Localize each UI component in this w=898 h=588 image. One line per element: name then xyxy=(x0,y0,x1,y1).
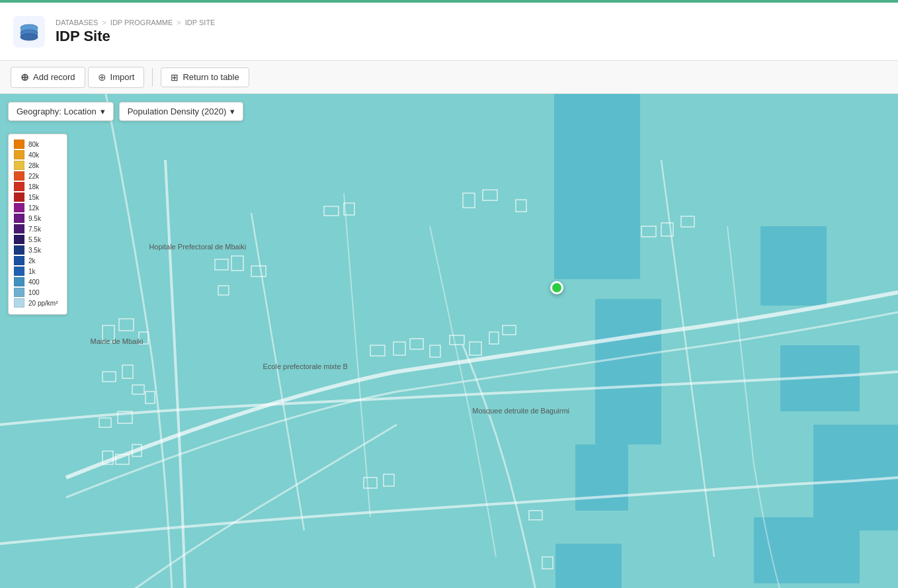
legend-item: 9.5k xyxy=(14,214,61,223)
breadcrumb-idp-programme[interactable]: IDP PROGRAMME xyxy=(110,19,173,26)
svg-rect-49 xyxy=(542,557,553,569)
page-title: IDP Site xyxy=(56,28,215,45)
legend-item: 5.5k xyxy=(14,235,61,244)
legend-item: 15k xyxy=(14,192,61,202)
svg-rect-8 xyxy=(575,444,628,511)
legend-item: 3.5k xyxy=(14,245,61,255)
svg-rect-29 xyxy=(218,286,229,295)
svg-rect-35 xyxy=(370,345,385,356)
svg-rect-47 xyxy=(384,474,394,486)
svg-rect-28 xyxy=(251,266,266,276)
map-controls: Geography: Location ▾ Population Density… xyxy=(8,102,243,121)
legend-item: 22k xyxy=(14,171,61,181)
legend: 80k40k28k22k18k15k12k9.5k7.5k5.5k3.5k2k1… xyxy=(8,134,67,315)
geography-dropdown[interactable]: Geography: Location ▾ xyxy=(8,102,114,121)
svg-rect-38 xyxy=(430,345,440,357)
svg-rect-26 xyxy=(215,259,228,270)
chevron-down-icon: ▾ xyxy=(101,106,105,116)
svg-rect-5 xyxy=(554,94,640,213)
import-button[interactable]: ⊕ Import xyxy=(88,67,145,88)
svg-rect-9 xyxy=(760,226,827,306)
add-record-button[interactable]: ⊕ Add record xyxy=(11,67,85,88)
breadcrumb-sep2: > xyxy=(177,19,181,26)
breadcrumb-idp-site: IDP SITE xyxy=(185,19,216,26)
legend-item: 28k xyxy=(14,161,61,170)
svg-rect-15 xyxy=(119,319,134,331)
svg-point-4 xyxy=(20,34,38,40)
svg-rect-27 xyxy=(231,256,243,271)
location-marker[interactable] xyxy=(550,281,563,294)
breadcrumb-sep1: > xyxy=(102,19,106,26)
import-icon: ⊕ xyxy=(98,71,106,83)
legend-item: 12k xyxy=(14,203,61,212)
map-container[interactable]: Geography: Location ▾ Population Density… xyxy=(0,94,898,588)
svg-rect-41 xyxy=(489,332,499,344)
legend-item: 80k xyxy=(14,140,61,149)
legend-item: 18k xyxy=(14,182,61,191)
breadcrumb-databases[interactable]: DATABASES xyxy=(56,19,98,26)
top-bar: DATABASES > IDP PROGRAMME > IDP SITE IDP… xyxy=(0,3,898,61)
add-icon: ⊕ xyxy=(20,71,29,83)
svg-rect-37 xyxy=(410,339,423,349)
chevron-down-icon-2: ▾ xyxy=(230,106,235,116)
svg-rect-40 xyxy=(469,342,481,355)
svg-rect-13 xyxy=(555,544,622,588)
svg-rect-46 xyxy=(364,478,377,488)
legend-item: 7.5k xyxy=(14,224,61,233)
map-svg xyxy=(0,94,898,588)
svg-rect-42 xyxy=(503,325,516,335)
svg-rect-45 xyxy=(681,216,694,227)
legend-item: 1k xyxy=(14,267,61,276)
toolbar-divider xyxy=(152,68,153,87)
return-to-table-label: Return to table xyxy=(183,72,239,82)
toolbar: ⊕ Add record ⊕ Import ⊞ Return to table xyxy=(0,61,898,94)
population-label: Population Density (2020) xyxy=(128,106,227,116)
svg-rect-19 xyxy=(99,418,111,427)
breadcrumb: DATABASES > IDP PROGRAMME > IDP SITE xyxy=(56,19,215,26)
legend-item: 20 pp/km² xyxy=(14,298,61,308)
geography-label: Geography: Location xyxy=(17,106,97,116)
svg-rect-24 xyxy=(132,385,144,394)
svg-rect-30 xyxy=(324,206,339,216)
svg-rect-32 xyxy=(463,193,475,208)
svg-rect-34 xyxy=(516,200,526,212)
svg-rect-14 xyxy=(102,325,114,342)
svg-rect-33 xyxy=(483,190,497,200)
svg-rect-43 xyxy=(641,226,656,237)
add-record-label: Add record xyxy=(33,72,75,82)
svg-rect-25 xyxy=(145,392,155,403)
title-section: DATABASES > IDP PROGRAMME > IDP SITE IDP… xyxy=(56,19,215,45)
svg-rect-48 xyxy=(529,511,542,520)
svg-rect-6 xyxy=(554,213,640,279)
legend-item: 100 xyxy=(14,288,61,297)
return-icon: ⊞ xyxy=(171,72,179,83)
return-to-table-button[interactable]: ⊞ Return to table xyxy=(161,67,249,87)
population-density-dropdown[interactable]: Population Density (2020) ▾ xyxy=(119,102,244,121)
legend-item: 40k xyxy=(14,150,61,159)
legend-item: 400 xyxy=(14,277,61,286)
legend-item: 2k xyxy=(14,256,61,265)
app-icon xyxy=(13,16,45,48)
svg-rect-16 xyxy=(102,372,116,382)
svg-rect-39 xyxy=(450,335,464,345)
svg-rect-18 xyxy=(139,332,148,344)
svg-rect-36 xyxy=(393,342,405,355)
svg-rect-17 xyxy=(122,365,133,378)
svg-rect-7 xyxy=(595,299,661,444)
import-label: Import xyxy=(110,72,135,82)
